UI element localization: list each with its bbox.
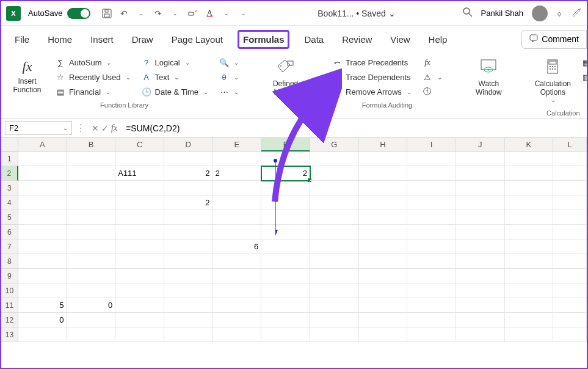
trace-dependents-button[interactable]: ⤻Trace Dependents xyxy=(330,71,414,83)
cell-H13[interactable] xyxy=(359,327,408,342)
cell-B11[interactable]: 0 xyxy=(67,298,116,313)
cell-L1[interactable] xyxy=(553,152,587,166)
cell-E8[interactable] xyxy=(213,254,262,269)
cell-F4[interactable] xyxy=(261,195,310,210)
cell-I6[interactable] xyxy=(407,225,456,239)
cell-G12[interactable] xyxy=(310,313,359,327)
cell-E9[interactable] xyxy=(213,269,262,283)
cell-B13[interactable] xyxy=(67,327,116,342)
cell-A4[interactable] xyxy=(18,195,67,210)
cell-K13[interactable] xyxy=(505,327,554,342)
cell-I3[interactable] xyxy=(407,181,456,195)
cell-D7[interactable] xyxy=(164,239,213,254)
cell-F2[interactable]: 2 xyxy=(261,166,310,181)
cell-F12[interactable] xyxy=(261,313,310,327)
select-all-corner[interactable] xyxy=(1,138,18,152)
tab-data[interactable]: Data xyxy=(300,32,327,47)
saved-dropdown-icon[interactable]: ⌄ xyxy=(388,9,396,18)
cell-C7[interactable] xyxy=(115,239,164,254)
remove-arrows-button[interactable]: ⤫Remove Arrows⌄ xyxy=(330,86,414,98)
recently-used-button[interactable]: ☆Recently Used⌄ xyxy=(53,71,133,83)
cell-B6[interactable] xyxy=(67,225,116,239)
cell-B7[interactable] xyxy=(67,239,116,254)
clear-format-icon[interactable] xyxy=(186,7,199,20)
cell-D8[interactable] xyxy=(164,254,213,269)
row-header-3[interactable]: 3 xyxy=(1,181,18,195)
redo-dropdown-icon[interactable]: ⌄ xyxy=(169,7,182,20)
cell-C9[interactable] xyxy=(115,269,164,283)
cell-C10[interactable] xyxy=(115,283,164,298)
cell-F1[interactable] xyxy=(261,152,310,166)
cell-H12[interactable] xyxy=(359,313,408,327)
text-button[interactable]: AText⌄ xyxy=(139,71,211,83)
evaluate-formula-button[interactable]: ⓕ xyxy=(420,86,445,98)
cell-K3[interactable] xyxy=(505,181,554,195)
row-header-2[interactable]: 2 xyxy=(1,166,18,181)
cell-H7[interactable] xyxy=(359,239,408,254)
formula-input[interactable] xyxy=(123,121,583,136)
cell-J5[interactable] xyxy=(456,210,505,225)
cell-L4[interactable] xyxy=(553,195,587,210)
tab-draw[interactable]: Draw xyxy=(128,32,157,47)
cell-L13[interactable] xyxy=(553,327,587,342)
cell-C2[interactable]: A111 xyxy=(115,166,164,181)
cell-J9[interactable] xyxy=(456,269,505,283)
cell-E11[interactable] xyxy=(213,298,262,313)
datetime-button[interactable]: 🕒Date & Time⌄ xyxy=(139,86,211,98)
cell-I12[interactable] xyxy=(407,313,456,327)
cell-K2[interactable] xyxy=(505,166,554,181)
cell-C4[interactable] xyxy=(115,195,164,210)
cell-D9[interactable] xyxy=(164,269,213,283)
calculate-now-button[interactable]: ▦ xyxy=(579,56,588,68)
cell-E3[interactable] xyxy=(213,181,262,195)
cell-E4[interactable] xyxy=(213,195,262,210)
row-header-7[interactable]: 7 xyxy=(1,239,18,254)
tab-file[interactable]: File xyxy=(11,32,33,47)
cell-H8[interactable] xyxy=(359,254,408,269)
col-header-C[interactable]: C xyxy=(115,138,164,152)
cell-D2[interactable]: 2 xyxy=(164,166,213,181)
cell-I9[interactable] xyxy=(407,269,456,283)
row-header-13[interactable]: 13 xyxy=(1,327,18,342)
cell-K1[interactable] xyxy=(505,152,554,166)
cell-H5[interactable] xyxy=(359,210,408,225)
cell-L8[interactable] xyxy=(553,254,587,269)
col-header-B[interactable]: B xyxy=(67,138,116,152)
cell-G3[interactable] xyxy=(310,181,359,195)
cell-G6[interactable] xyxy=(310,225,359,239)
cell-K11[interactable] xyxy=(505,298,554,313)
cell-E6[interactable] xyxy=(213,225,262,239)
cell-D4[interactable]: 2 xyxy=(164,195,213,210)
cell-I11[interactable] xyxy=(407,298,456,313)
cell-C1[interactable] xyxy=(115,152,164,166)
cell-K4[interactable] xyxy=(505,195,554,210)
cell-K9[interactable] xyxy=(505,269,554,283)
cell-C3[interactable] xyxy=(115,181,164,195)
error-checking-button[interactable]: ⚠⌄ xyxy=(420,71,445,83)
cell-I10[interactable] xyxy=(407,283,456,298)
tab-help[interactable]: Help xyxy=(425,32,451,47)
cell-H10[interactable] xyxy=(359,283,408,298)
calculate-sheet-button[interactable]: ▥ xyxy=(579,71,588,83)
cell-F10[interactable] xyxy=(261,283,310,298)
cell-B2[interactable] xyxy=(67,166,116,181)
more-functions-button[interactable]: ⋯⌄ xyxy=(217,86,241,98)
defined-names-button[interactable]: Defined Names ⌄ xyxy=(266,56,305,106)
row-header-12[interactable]: 12 xyxy=(1,313,18,327)
cell-G9[interactable] xyxy=(310,269,359,283)
tab-formulas[interactable]: Formulas xyxy=(238,30,290,49)
cell-A3[interactable] xyxy=(18,181,67,195)
cell-H4[interactable] xyxy=(359,195,408,210)
cell-L9[interactable] xyxy=(553,269,587,283)
cell-J2[interactable] xyxy=(456,166,505,181)
col-header-J[interactable]: J xyxy=(456,138,505,152)
cell-H9[interactable] xyxy=(359,269,408,283)
cell-J8[interactable] xyxy=(456,254,505,269)
row-header-4[interactable]: 4 xyxy=(1,195,18,210)
cell-I4[interactable] xyxy=(407,195,456,210)
cell-L2[interactable] xyxy=(553,166,587,181)
cell-H2[interactable] xyxy=(359,166,408,181)
row-header-11[interactable]: 11 xyxy=(1,298,18,313)
user-name[interactable]: Pankil Shah xyxy=(481,9,523,18)
col-header-K[interactable]: K xyxy=(505,138,554,152)
